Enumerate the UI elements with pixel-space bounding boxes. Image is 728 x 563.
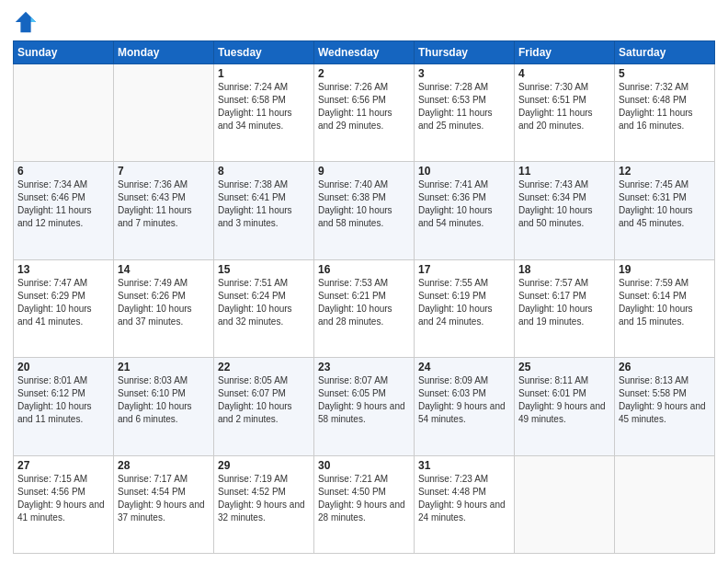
- weekday-header-wednesday: Wednesday: [314, 41, 415, 64]
- day-info: Sunrise: 7:19 AMSunset: 4:52 PMDaylight:…: [218, 473, 310, 524]
- calendar-cell: 5Sunrise: 7:32 AMSunset: 6:48 PMDaylight…: [615, 64, 715, 162]
- calendar-cell: 31Sunrise: 7:23 AMSunset: 4:48 PMDayligh…: [415, 455, 515, 553]
- calendar-cell: 27Sunrise: 7:15 AMSunset: 4:56 PMDayligh…: [14, 455, 114, 553]
- day-info: Sunrise: 7:59 AMSunset: 6:14 PMDaylight:…: [619, 277, 711, 328]
- day-number: 13: [17, 263, 109, 276]
- week-row-5: 27Sunrise: 7:15 AMSunset: 4:56 PMDayligh…: [14, 455, 715, 553]
- day-number: 2: [318, 67, 410, 80]
- calendar-cell: 2Sunrise: 7:26 AMSunset: 6:56 PMDaylight…: [314, 64, 415, 162]
- day-info: Sunrise: 7:55 AMSunset: 6:19 PMDaylight:…: [418, 277, 510, 328]
- day-info: Sunrise: 7:24 AMSunset: 6:58 PMDaylight:…: [218, 81, 310, 132]
- day-number: 7: [118, 165, 210, 178]
- week-row-4: 20Sunrise: 8:01 AMSunset: 6:12 PMDayligh…: [14, 358, 715, 455]
- day-info: Sunrise: 7:21 AMSunset: 4:50 PMDaylight:…: [318, 473, 410, 524]
- calendar-cell: 16Sunrise: 7:53 AMSunset: 6:21 PMDayligh…: [314, 259, 415, 357]
- calendar-cell: 10Sunrise: 7:41 AMSunset: 6:36 PMDayligh…: [415, 162, 515, 259]
- header: [13, 9, 715, 35]
- calendar-cell: 9Sunrise: 7:40 AMSunset: 6:38 PMDaylight…: [314, 162, 415, 259]
- day-number: 25: [518, 361, 610, 373]
- day-number: 22: [218, 361, 310, 373]
- day-info: Sunrise: 7:28 AMSunset: 6:53 PMDaylight:…: [418, 81, 510, 132]
- calendar-cell: 19Sunrise: 7:59 AMSunset: 6:14 PMDayligh…: [615, 259, 715, 357]
- calendar-cell: 21Sunrise: 8:03 AMSunset: 6:10 PMDayligh…: [114, 358, 214, 455]
- day-info: Sunrise: 7:51 AMSunset: 6:24 PMDaylight:…: [218, 277, 310, 328]
- day-number: 19: [619, 263, 711, 276]
- calendar-cell: 1Sunrise: 7:24 AMSunset: 6:58 PMDaylight…: [214, 64, 314, 162]
- calendar-cell: 28Sunrise: 7:17 AMSunset: 4:54 PMDayligh…: [114, 455, 214, 553]
- calendar-cell: 25Sunrise: 8:11 AMSunset: 6:01 PMDayligh…: [515, 358, 615, 455]
- day-number: 26: [619, 361, 711, 373]
- day-number: 30: [318, 459, 410, 472]
- day-info: Sunrise: 7:32 AMSunset: 6:48 PMDaylight:…: [619, 81, 711, 132]
- day-info: Sunrise: 7:38 AMSunset: 6:41 PMDaylight:…: [218, 178, 310, 230]
- day-number: 9: [318, 165, 410, 178]
- calendar-cell: 12Sunrise: 7:45 AMSunset: 6:31 PMDayligh…: [615, 162, 715, 259]
- day-number: 18: [518, 263, 610, 276]
- day-number: 4: [518, 67, 610, 80]
- calendar-cell: [114, 64, 214, 162]
- day-info: Sunrise: 7:15 AMSunset: 4:56 PMDaylight:…: [17, 473, 109, 524]
- day-number: 27: [17, 459, 109, 472]
- day-number: 20: [17, 361, 109, 373]
- calendar-table: SundayMondayTuesdayWednesdayThursdayFrid…: [13, 40, 715, 554]
- day-number: 14: [118, 263, 210, 276]
- weekday-header-row: SundayMondayTuesdayWednesdayThursdayFrid…: [14, 41, 715, 64]
- calendar-cell: 8Sunrise: 7:38 AMSunset: 6:41 PMDaylight…: [214, 162, 314, 259]
- week-row-2: 6Sunrise: 7:34 AMSunset: 6:46 PMDaylight…: [14, 162, 715, 259]
- day-info: Sunrise: 7:53 AMSunset: 6:21 PMDaylight:…: [318, 277, 410, 328]
- page: SundayMondayTuesdayWednesdayThursdayFrid…: [0, 0, 728, 563]
- day-number: 11: [518, 165, 610, 178]
- day-info: Sunrise: 7:17 AMSunset: 4:54 PMDaylight:…: [118, 473, 210, 524]
- weekday-header-saturday: Saturday: [615, 41, 715, 64]
- day-info: Sunrise: 8:11 AMSunset: 6:01 PMDaylight:…: [518, 374, 610, 426]
- calendar-cell: 20Sunrise: 8:01 AMSunset: 6:12 PMDayligh…: [14, 358, 114, 455]
- day-info: Sunrise: 8:03 AMSunset: 6:10 PMDaylight:…: [118, 374, 210, 426]
- day-number: 23: [318, 361, 410, 373]
- day-info: Sunrise: 7:36 AMSunset: 6:43 PMDaylight:…: [118, 178, 210, 230]
- day-number: 8: [218, 165, 310, 178]
- day-info: Sunrise: 7:43 AMSunset: 6:34 PMDaylight:…: [518, 178, 610, 230]
- day-number: 21: [118, 361, 210, 373]
- calendar-cell: 3Sunrise: 7:28 AMSunset: 6:53 PMDaylight…: [415, 64, 515, 162]
- logo-icon: [13, 9, 39, 35]
- calendar-cell: 22Sunrise: 8:05 AMSunset: 6:07 PMDayligh…: [214, 358, 314, 455]
- weekday-header-monday: Monday: [114, 41, 214, 64]
- day-info: Sunrise: 8:07 AMSunset: 6:05 PMDaylight:…: [318, 374, 410, 426]
- week-row-3: 13Sunrise: 7:47 AMSunset: 6:29 PMDayligh…: [14, 259, 715, 357]
- day-info: Sunrise: 7:34 AMSunset: 6:46 PMDaylight:…: [17, 178, 109, 230]
- day-info: Sunrise: 7:23 AMSunset: 4:48 PMDaylight:…: [418, 473, 510, 524]
- calendar-cell: 15Sunrise: 7:51 AMSunset: 6:24 PMDayligh…: [214, 259, 314, 357]
- day-info: Sunrise: 8:01 AMSunset: 6:12 PMDaylight:…: [17, 374, 109, 426]
- day-number: 31: [418, 459, 510, 472]
- weekday-header-thursday: Thursday: [415, 41, 515, 64]
- day-info: Sunrise: 7:45 AMSunset: 6:31 PMDaylight:…: [619, 178, 711, 230]
- calendar-cell: 29Sunrise: 7:19 AMSunset: 4:52 PMDayligh…: [214, 455, 314, 553]
- week-row-1: 1Sunrise: 7:24 AMSunset: 6:58 PMDaylight…: [14, 64, 715, 162]
- day-number: 16: [318, 263, 410, 276]
- day-info: Sunrise: 7:49 AMSunset: 6:26 PMDaylight:…: [118, 277, 210, 328]
- calendar-cell: 4Sunrise: 7:30 AMSunset: 6:51 PMDaylight…: [515, 64, 615, 162]
- calendar-cell: 30Sunrise: 7:21 AMSunset: 4:50 PMDayligh…: [314, 455, 415, 553]
- calendar-cell: 13Sunrise: 7:47 AMSunset: 6:29 PMDayligh…: [14, 259, 114, 357]
- weekday-header-friday: Friday: [515, 41, 615, 64]
- day-number: 12: [619, 165, 711, 178]
- calendar-cell: 17Sunrise: 7:55 AMSunset: 6:19 PMDayligh…: [415, 259, 515, 357]
- calendar-cell: 7Sunrise: 7:36 AMSunset: 6:43 PMDaylight…: [114, 162, 214, 259]
- day-info: Sunrise: 7:26 AMSunset: 6:56 PMDaylight:…: [318, 81, 410, 132]
- day-number: 3: [418, 67, 510, 80]
- day-info: Sunrise: 7:40 AMSunset: 6:38 PMDaylight:…: [318, 178, 410, 230]
- calendar-cell: 14Sunrise: 7:49 AMSunset: 6:26 PMDayligh…: [114, 259, 214, 357]
- day-number: 6: [17, 165, 109, 178]
- day-info: Sunrise: 8:09 AMSunset: 6:03 PMDaylight:…: [418, 374, 510, 426]
- day-info: Sunrise: 7:41 AMSunset: 6:36 PMDaylight:…: [418, 178, 510, 230]
- calendar-cell: 23Sunrise: 8:07 AMSunset: 6:05 PMDayligh…: [314, 358, 415, 455]
- day-number: 29: [218, 459, 310, 472]
- weekday-header-tuesday: Tuesday: [214, 41, 314, 64]
- day-info: Sunrise: 7:57 AMSunset: 6:17 PMDaylight:…: [518, 277, 610, 328]
- calendar-cell: 18Sunrise: 7:57 AMSunset: 6:17 PMDayligh…: [515, 259, 615, 357]
- day-number: 10: [418, 165, 510, 178]
- day-info: Sunrise: 7:47 AMSunset: 6:29 PMDaylight:…: [17, 277, 109, 328]
- calendar-cell: 11Sunrise: 7:43 AMSunset: 6:34 PMDayligh…: [515, 162, 615, 259]
- calendar-cell: [615, 455, 715, 553]
- day-info: Sunrise: 8:05 AMSunset: 6:07 PMDaylight:…: [218, 374, 310, 426]
